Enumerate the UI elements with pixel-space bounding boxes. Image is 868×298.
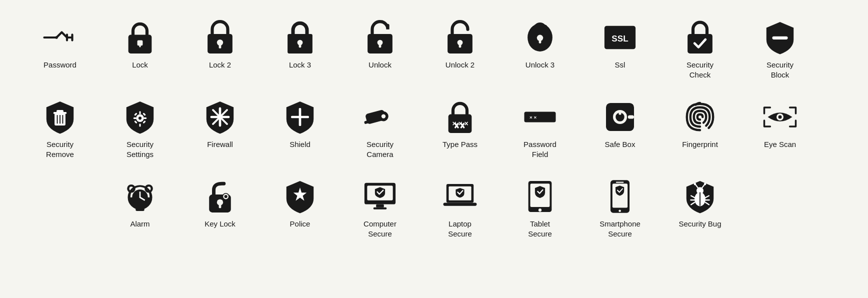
alarm-icon — [122, 179, 158, 214]
icon-item-key-lock[interactable]: Key Lock — [180, 174, 260, 234]
firewall-label: Firewall — [207, 140, 233, 150]
svg-rect-71 — [219, 204, 222, 208]
svg-rect-53 — [524, 112, 556, 122]
svg-rect-33 — [134, 118, 136, 119]
security-bug-icon — [682, 179, 718, 214]
icon-item-computer-secure[interactable]: ComputerSecure — [340, 174, 420, 244]
ssl-icon: SSL — [602, 20, 638, 55]
security-block-icon — [762, 20, 798, 55]
svg-rect-25 — [56, 110, 64, 112]
icon-grid: Password Lock — [5, 10, 863, 248]
password-field-label: PasswordField — [524, 140, 556, 159]
icon-item-password[interactable]: Password — [20, 15, 100, 75]
svg-rect-12 — [379, 44, 382, 48]
icon-item-eye-scan[interactable]: Eye Scan — [740, 94, 820, 154]
svg-point-94 — [704, 183, 706, 186]
lock-label: Lock — [132, 60, 148, 70]
icon-item-laptop-secure[interactable]: LaptopSecure — [420, 174, 500, 244]
police-label: Police — [290, 219, 310, 229]
unlock-icon — [362, 20, 398, 55]
svg-point-61 — [778, 116, 782, 119]
icon-item-security-camera[interactable]: SecurityCamera — [340, 94, 420, 164]
icon-item-shield[interactable]: Shield — [260, 94, 340, 154]
security-settings-label: SecuritySettings — [126, 140, 154, 159]
svg-text:SSL: SSL — [612, 34, 628, 44]
lock3-label: Lock 3 — [289, 60, 311, 70]
icon-item-security-check[interactable]: SecurityCheck — [660, 15, 740, 84]
icon-item-unlock3[interactable]: Unlock 3 — [500, 15, 580, 75]
safe-box-icon — [602, 100, 638, 134]
security-remove-icon — [42, 100, 78, 134]
svg-point-87 — [618, 210, 621, 212]
icon-item-firewall[interactable]: Firewall — [180, 94, 260, 154]
lock2-label: Lock 2 — [209, 60, 231, 70]
icon-item-fingerprint[interactable]: Fingerprint — [660, 94, 740, 154]
eye-scan-icon — [762, 100, 798, 134]
type-pass-label: Type Pass — [442, 140, 478, 150]
svg-rect-18 — [539, 40, 542, 43]
icon-item-safe-box[interactable]: Safe Box — [580, 94, 660, 154]
icon-item-lock2[interactable]: Lock 2 — [180, 15, 260, 75]
shield-icon — [282, 100, 318, 134]
icon-item-security-bug[interactable]: Security Bug — [660, 174, 740, 234]
key-lock-label: Key Lock — [204, 219, 236, 229]
key-lock-icon — [202, 179, 238, 214]
icon-item-lock3[interactable]: Lock 3 — [260, 15, 340, 75]
password-field-icon: × × — [522, 100, 558, 134]
svg-point-73 — [224, 195, 228, 198]
icon-item-unlock[interactable]: Unlock — [340, 15, 420, 75]
icon-row-1: Password Lock — [5, 10, 863, 90]
svg-text:× ×: × × — [530, 114, 536, 120]
police-icon — [282, 179, 318, 214]
icon-item-security-settings[interactable]: SecuritySettings — [100, 94, 180, 164]
icon-item-ssl[interactable]: SSL Ssl — [580, 15, 660, 75]
svg-rect-21 — [688, 34, 712, 54]
svg-point-8 — [298, 40, 303, 46]
svg-point-67 — [128, 186, 134, 192]
svg-rect-77 — [376, 204, 384, 208]
alarm-label: Alarm — [130, 219, 150, 229]
unlock-label: Unlock — [368, 60, 392, 70]
icon-item-smartphone-secure[interactable]: SmartphoneSecure — [580, 174, 660, 244]
svg-point-84 — [538, 208, 542, 212]
svg-rect-42 — [291, 116, 309, 118]
fingerprint-icon — [682, 100, 718, 134]
icon-row-3: Alarm Key Lock — [5, 169, 863, 248]
security-check-label: SecurityCheck — [686, 60, 714, 80]
svg-rect-81 — [444, 202, 477, 206]
fingerprint-label: Fingerprint — [682, 140, 718, 150]
unlock3-label: Unlock 3 — [526, 60, 554, 70]
password-icon — [42, 20, 78, 55]
lock3-icon — [282, 20, 318, 55]
svg-point-58 — [618, 112, 621, 114]
security-camera-icon — [362, 100, 398, 134]
svg-point-14 — [458, 40, 463, 46]
svg-point-30 — [138, 116, 142, 120]
icon-item-password-field[interactable]: × × PasswordField — [500, 94, 580, 164]
icon-item-tablet-secure[interactable]: TabletSecure — [500, 174, 580, 244]
svg-rect-15 — [459, 44, 462, 48]
svg-rect-34 — [144, 118, 146, 119]
svg-rect-3 — [139, 44, 140, 47]
icon-item-security-block[interactable]: SecurityBlock — [740, 15, 820, 84]
icon-item-unlock2[interactable]: Unlock 2 — [420, 15, 500, 75]
icon-item-lock[interactable]: Lock — [100, 15, 180, 75]
svg-point-45 — [382, 114, 386, 118]
svg-rect-31 — [139, 111, 140, 114]
tablet-secure-label: TabletSecure — [528, 219, 552, 238]
tablet-secure-icon — [522, 179, 558, 214]
icon-item-police[interactable]: Police — [260, 174, 340, 234]
svg-point-5 — [217, 40, 223, 46]
laptop-secure-icon — [442, 179, 478, 214]
safe-box-label: Safe Box — [605, 140, 636, 150]
icon-item-security-remove[interactable]: SecurityRemove — [20, 94, 100, 164]
icon-item-type-pass[interactable]: × × × Type Pass — [420, 94, 500, 154]
firewall-icon — [202, 100, 238, 134]
lock2-icon — [202, 20, 238, 55]
svg-rect-59 — [628, 116, 634, 119]
icon-item-alarm[interactable]: Alarm — [100, 174, 180, 234]
security-remove-label: SecurityRemove — [46, 140, 74, 159]
unlock3-icon — [522, 20, 558, 55]
eye-scan-label: Eye Scan — [764, 140, 796, 150]
security-block-label: SecurityBlock — [766, 60, 794, 80]
